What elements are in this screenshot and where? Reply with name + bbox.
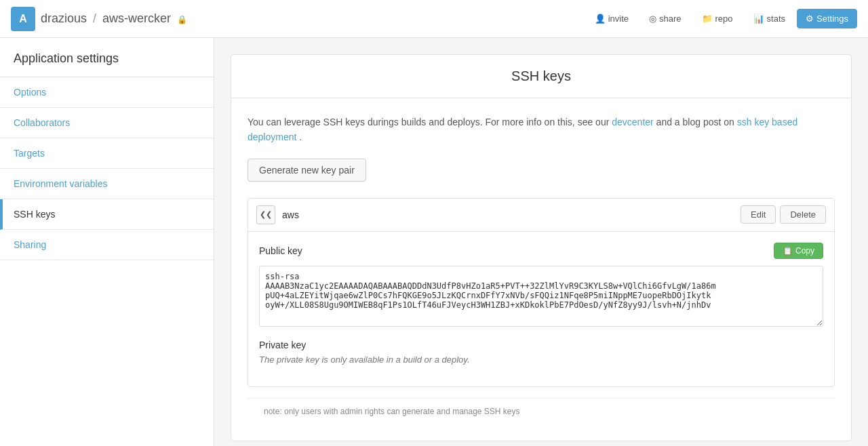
public-key-textarea[interactable]: ssh-rsa AAAAB3NzaC1yc2EAAAADAQABAAABAQDD…: [259, 266, 823, 327]
invite-label: invite: [608, 14, 629, 24]
breadcrumb: drazious / aws-wercker 🔒: [41, 12, 187, 26]
content-body: You can leverage SSH keys durings builds…: [231, 98, 851, 441]
sidebar-link-ssh-keys[interactable]: SSH keys: [3, 199, 214, 229]
person-icon: 👤: [595, 14, 606, 24]
content-header: SSH keys: [231, 55, 851, 98]
edit-key-button[interactable]: Edit: [741, 205, 776, 224]
delete-key-button[interactable]: Delete: [780, 205, 826, 224]
sidebar-item-env-vars[interactable]: Environment variables: [0, 169, 214, 199]
ssh-key-header: ❮❮ aws Edit Delete: [248, 199, 834, 232]
intro-text-end: .: [299, 131, 302, 142]
content-card: SSH keys You can leverage SSH keys durin…: [231, 54, 852, 441]
ssh-key-details: Public key 📋 Copy ssh-rsa AAAAB3NzaC1yc2…: [248, 232, 834, 386]
breadcrumb-repo[interactable]: aws-wercker: [102, 12, 171, 25]
sidebar-link-env-vars[interactable]: Environment variables: [0, 169, 214, 199]
chevron-down-icon: ❮❮: [260, 210, 272, 219]
copy-label: Copy: [795, 246, 814, 256]
private-key-note: The private key is only available in a b…: [259, 354, 823, 365]
intro-text: You can leverage SSH keys durings builds…: [248, 115, 835, 145]
copy-public-key-button[interactable]: 📋 Copy: [774, 243, 823, 259]
stats-button[interactable]: 📊 stats: [745, 9, 794, 28]
stats-icon: 📊: [753, 14, 764, 24]
sidebar-title: Application settings: [0, 38, 214, 77]
breadcrumb-sep: /: [93, 12, 96, 25]
nav-brand: A drazious / aws-wercker 🔒: [11, 7, 187, 31]
share-icon: ◎: [649, 14, 656, 24]
sidebar: Application settings Options Collaborato…: [0, 38, 214, 446]
public-key-header: Public key 📋 Copy: [259, 243, 823, 259]
sidebar-item-targets[interactable]: Targets: [0, 138, 214, 169]
lock-icon: 🔒: [177, 15, 187, 24]
invite-button[interactable]: 👤 invite: [586, 9, 637, 28]
repo-label: repo: [715, 14, 733, 24]
admin-note: note: only users with admin rights can g…: [248, 398, 835, 424]
sidebar-link-options[interactable]: Options: [0, 77, 214, 107]
repo-icon: 📁: [702, 14, 713, 24]
sidebar-nav: Options Collaborators Targets Environmen…: [0, 77, 214, 260]
copy-icon: 📋: [783, 246, 793, 256]
stats-label: stats: [767, 14, 785, 24]
ssh-key-toggle-button[interactable]: ❮❮: [256, 205, 275, 224]
sidebar-item-ssh-keys[interactable]: SSH keys: [0, 199, 214, 230]
gear-icon: ⚙: [806, 14, 814, 24]
main-content: SSH keys You can leverage SSH keys durin…: [214, 38, 868, 446]
ssh-key-row: ❮❮ aws Edit Delete Public key 📋: [248, 198, 835, 387]
devcenter-link[interactable]: devcenter: [612, 117, 653, 127]
intro-text-mid: and a blog post on: [656, 117, 737, 127]
sidebar-item-sharing[interactable]: Sharing: [0, 230, 214, 260]
sidebar-link-targets[interactable]: Targets: [0, 138, 214, 168]
sidebar-link-sharing[interactable]: Sharing: [0, 230, 214, 260]
private-key-label: Private key: [259, 340, 306, 350]
page-wrapper: Application settings Options Collaborato…: [0, 38, 868, 446]
nav-actions: 👤 invite ◎ share 📁 repo 📊 stats ⚙ Settin…: [586, 9, 857, 28]
share-button[interactable]: ◎ share: [640, 9, 690, 28]
top-navigation: A drazious / aws-wercker 🔒 👤 invite ◎ sh…: [0, 0, 868, 38]
generate-key-pair-button[interactable]: Generate new key pair: [248, 159, 366, 182]
page-title: SSH keys: [248, 68, 835, 84]
avatar: A: [11, 7, 35, 31]
sidebar-item-collaborators[interactable]: Collaborators: [0, 108, 214, 138]
sidebar-link-collaborators[interactable]: Collaborators: [0, 108, 214, 138]
settings-label: Settings: [816, 14, 848, 24]
breadcrumb-user[interactable]: drazious: [41, 12, 87, 25]
sidebar-item-options[interactable]: Options: [0, 77, 214, 108]
private-key-section: Private key The private key is only avai…: [259, 340, 823, 365]
share-label: share: [659, 14, 682, 24]
repo-button[interactable]: 📁 repo: [693, 9, 742, 28]
intro-text-before: You can leverage SSH keys durings builds…: [248, 117, 609, 127]
public-key-label: Public key: [259, 245, 302, 256]
settings-button[interactable]: ⚙ Settings: [797, 9, 857, 28]
ssh-key-name: aws: [282, 209, 741, 220]
public-key-section: Public key 📋 Copy ssh-rsa AAAAB3NzaC1yc2…: [259, 243, 823, 329]
